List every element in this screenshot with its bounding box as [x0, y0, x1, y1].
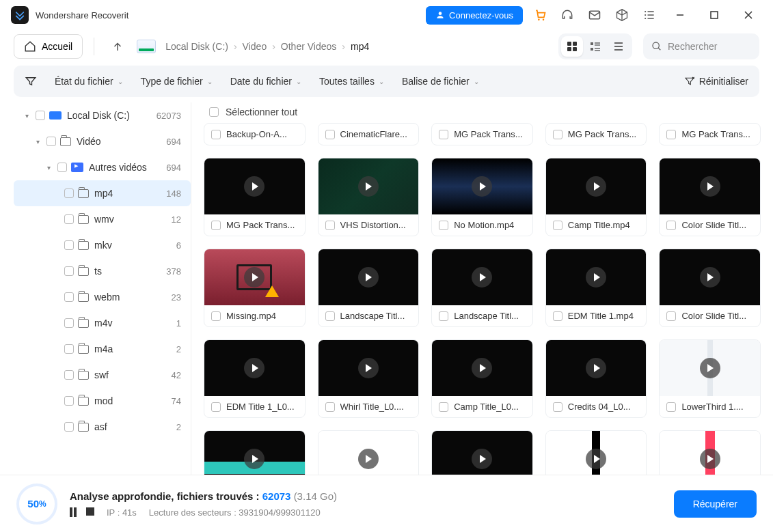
- collapse-icon[interactable]: ▾: [22, 112, 31, 120]
- recover-button[interactable]: Récupérer: [674, 490, 757, 518]
- file-card[interactable]: EDM Title 1_L0...: [204, 339, 306, 418]
- checkbox[interactable]: [64, 396, 74, 406]
- checkbox[interactable]: [46, 137, 56, 146]
- file-card[interactable]: Landscape Titl...: [318, 249, 420, 327]
- checkbox[interactable]: [209, 107, 219, 117]
- checkbox[interactable]: [325, 221, 335, 230]
- file-card[interactable]: [204, 430, 306, 475]
- view-list-button[interactable]: [608, 36, 629, 57]
- tree-item-mkv[interactable]: mkv 6: [14, 232, 191, 258]
- minimize-button[interactable]: [666, 1, 694, 29]
- headset-icon[interactable]: [557, 5, 578, 25]
- crumb-other[interactable]: Other Videos: [281, 41, 336, 52]
- file-card[interactable]: LowerThird 1....: [659, 339, 761, 418]
- close-button[interactable]: [735, 1, 762, 29]
- checkbox[interactable]: [64, 318, 74, 328]
- file-card[interactable]: Camp Title_L0...: [431, 339, 533, 418]
- checkbox[interactable]: [211, 311, 221, 321]
- connect-button[interactable]: Connectez-vous: [426, 6, 523, 25]
- select-all[interactable]: Sélectionner tout: [204, 107, 761, 117]
- tree-other-videos[interactable]: ▾ Autres vidéos 694: [14, 154, 191, 180]
- checkbox[interactable]: [666, 221, 676, 230]
- filter-state[interactable]: État du fichier⌄: [55, 76, 123, 87]
- checkbox[interactable]: [553, 221, 562, 230]
- collapse-icon[interactable]: ▾: [33, 138, 42, 145]
- checkbox[interactable]: [64, 422, 74, 432]
- checkbox[interactable]: [211, 402, 221, 412]
- checkbox[interactable]: [666, 130, 676, 139]
- view-detail-button[interactable]: [584, 36, 606, 57]
- file-card[interactable]: Whirl Title_L0....: [318, 339, 420, 418]
- file-card[interactable]: CinematicFlare...: [318, 123, 420, 145]
- file-card[interactable]: Backup-On-A...: [204, 123, 306, 145]
- maximize-button[interactable]: [701, 1, 728, 29]
- checkbox[interactable]: [64, 266, 74, 276]
- checkbox[interactable]: [64, 214, 74, 224]
- tree-item-m4v[interactable]: m4v 1: [14, 310, 191, 336]
- file-card[interactable]: MG Pack Trans...: [545, 123, 647, 145]
- filter-size[interactable]: Toutes tailles⌄: [319, 76, 384, 87]
- filter-date[interactable]: Date du fichier⌄: [230, 76, 301, 87]
- file-card[interactable]: EDM Title 1.mp4: [545, 249, 647, 327]
- file-card[interactable]: VHS Distortion...: [318, 158, 420, 236]
- tree-item-mp4[interactable]: mp4 148: [14, 180, 191, 206]
- file-card[interactable]: [545, 430, 647, 475]
- nav-up-button[interactable]: [105, 34, 130, 59]
- checkbox[interactable]: [666, 402, 676, 412]
- reset-filters-button[interactable]: Réinitialiser: [684, 76, 748, 87]
- pause-button[interactable]: [70, 507, 81, 517]
- checkbox[interactable]: [325, 311, 335, 321]
- filter-type[interactable]: Type de fichier⌄: [141, 76, 213, 87]
- crumb-disk[interactable]: Local Disk (C:): [165, 41, 228, 52]
- file-card[interactable]: Camp Title.mp4: [545, 158, 647, 236]
- home-button[interactable]: Accueil: [14, 34, 83, 59]
- file-card[interactable]: Missing.mp4: [204, 249, 306, 327]
- file-card[interactable]: Credits 04_L0...: [545, 339, 647, 418]
- crumb-mp4[interactable]: mp4: [351, 41, 369, 52]
- file-card[interactable]: MG Pack Trans...: [659, 123, 761, 145]
- checkbox[interactable]: [64, 344, 74, 354]
- file-card[interactable]: [318, 430, 420, 475]
- file-card[interactable]: No Motion.mp4: [431, 158, 533, 236]
- checkbox[interactable]: [64, 188, 74, 198]
- tree-root[interactable]: ▾ Local Disk (C:) 62073: [14, 102, 191, 128]
- mail-icon[interactable]: [584, 5, 605, 25]
- file-card[interactable]: Color Slide Titl...: [659, 249, 761, 327]
- file-card[interactable]: [431, 430, 533, 475]
- checkbox[interactable]: [211, 130, 221, 139]
- checkbox[interactable]: [439, 130, 448, 139]
- box-icon[interactable]: [612, 5, 632, 25]
- list-icon[interactable]: [639, 5, 660, 25]
- file-card[interactable]: Landscape Titl...: [431, 249, 533, 327]
- checkbox[interactable]: [553, 402, 562, 412]
- checkbox[interactable]: [553, 130, 562, 139]
- file-card[interactable]: [659, 430, 761, 475]
- file-card[interactable]: Color Slide Titl...: [659, 158, 761, 236]
- file-card[interactable]: MG Pack Trans...: [431, 123, 533, 145]
- collapse-icon[interactable]: ▾: [44, 164, 53, 171]
- filter-tag[interactable]: Balise de fichier⌄: [402, 76, 479, 87]
- checkbox[interactable]: [439, 311, 448, 321]
- stop-button[interactable]: [86, 507, 94, 516]
- view-grid-button[interactable]: [561, 36, 583, 57]
- tree-item-swf[interactable]: swf 42: [14, 362, 191, 388]
- checkbox[interactable]: [439, 221, 448, 230]
- tree-video[interactable]: ▾ Vidéo 694: [14, 128, 191, 154]
- tree-item-asf[interactable]: asf 2: [14, 414, 191, 440]
- tree-item-m4a[interactable]: m4a 2: [14, 336, 191, 362]
- file-card[interactable]: MG Pack Trans...: [204, 158, 306, 236]
- checkbox[interactable]: [36, 111, 45, 120]
- checkbox[interactable]: [64, 370, 74, 380]
- search-input[interactable]: Rechercher: [643, 33, 759, 59]
- crumb-video[interactable]: Video: [243, 41, 267, 52]
- checkbox[interactable]: [439, 402, 448, 412]
- checkbox[interactable]: [325, 402, 335, 412]
- checkbox[interactable]: [57, 163, 67, 172]
- cart-icon[interactable]: [530, 5, 550, 25]
- checkbox[interactable]: [211, 221, 221, 230]
- tree-item-ts[interactable]: ts 378: [14, 258, 191, 284]
- tree-item-wmv[interactable]: wmv 12: [14, 206, 191, 232]
- checkbox[interactable]: [64, 292, 74, 302]
- checkbox[interactable]: [64, 240, 74, 250]
- checkbox[interactable]: [553, 311, 562, 321]
